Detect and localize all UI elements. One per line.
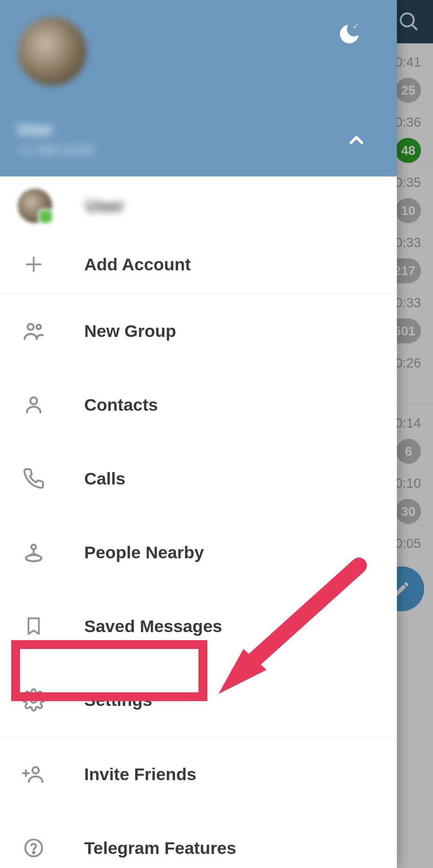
person-add-icon bbox=[18, 763, 50, 786]
add-account[interactable]: Add Account bbox=[0, 235, 397, 294]
nav-drawer: User +1 555 0100 User Add Account New Gr… bbox=[0, 0, 397, 868]
menu-invite-friends[interactable]: Invite Friends bbox=[0, 737, 397, 811]
svg-point-8 bbox=[30, 397, 37, 404]
menu-telegram-features[interactable]: Telegram Features bbox=[0, 811, 397, 868]
drawer-account-name: User bbox=[86, 196, 124, 216]
moon-icon[interactable] bbox=[337, 22, 362, 48]
menu-item-label: Saved Messages bbox=[84, 617, 222, 636]
phone-icon bbox=[18, 467, 50, 490]
menu-item-label: Calls bbox=[84, 469, 125, 489]
add-account-label: Add Account bbox=[84, 255, 191, 274]
menu-item-label: New Group bbox=[84, 321, 176, 341]
svg-point-16 bbox=[33, 852, 34, 854]
drawer-account-row[interactable]: User bbox=[0, 176, 397, 235]
svg-point-6 bbox=[28, 324, 34, 330]
plus-icon bbox=[18, 254, 50, 275]
svg-point-12 bbox=[32, 767, 39, 773]
mini-avatar bbox=[18, 189, 52, 223]
svg-point-9 bbox=[26, 555, 42, 561]
svg-point-2 bbox=[354, 26, 356, 28]
people-icon bbox=[18, 319, 50, 343]
drawer-username: User bbox=[18, 120, 349, 138]
svg-point-3 bbox=[356, 24, 358, 26]
svg-point-7 bbox=[36, 325, 41, 329]
drawer-phone: +1 555 0100 bbox=[18, 142, 349, 158]
avatar[interactable] bbox=[18, 17, 87, 86]
drawer-header: User +1 555 0100 bbox=[0, 0, 397, 176]
person-icon bbox=[18, 393, 50, 416]
menu-item-label: Invite Friends bbox=[84, 765, 196, 784]
chevron-up-icon[interactable] bbox=[346, 129, 367, 152]
drawer-user-block[interactable]: User +1 555 0100 bbox=[18, 120, 349, 158]
svg-line-17 bbox=[239, 566, 359, 674]
menu-item-label: Telegram Features bbox=[84, 838, 236, 858]
menu-new-group[interactable]: New Group bbox=[0, 294, 397, 368]
help-icon bbox=[18, 837, 50, 859]
menu-item-label: Contacts bbox=[84, 395, 158, 415]
menu-calls[interactable]: Calls bbox=[0, 442, 397, 515]
menu-item-label: People Nearby bbox=[84, 543, 204, 562]
nearby-icon bbox=[18, 541, 50, 564]
menu-contacts[interactable]: Contacts bbox=[0, 368, 397, 442]
bookmark-icon bbox=[18, 616, 50, 637]
annotation-highlight bbox=[11, 640, 207, 701]
annotation-arrow-icon bbox=[210, 550, 379, 718]
